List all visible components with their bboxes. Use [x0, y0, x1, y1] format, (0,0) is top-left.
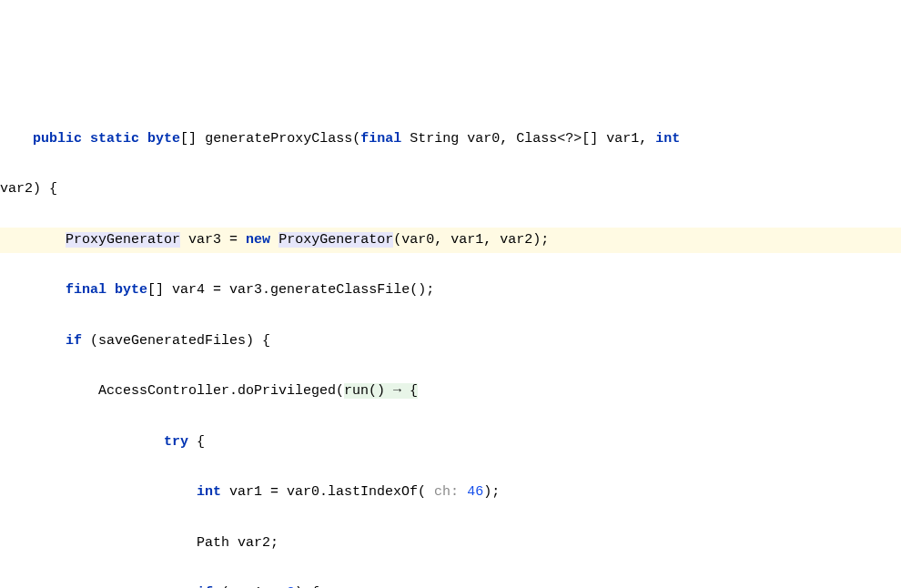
text: Path var2;: [197, 535, 278, 551]
code-line-9: Path var2;: [0, 531, 901, 556]
var-name: var3: [188, 232, 221, 248]
keyword-final: final: [66, 282, 106, 298]
rest: = var3.generateClassFile();: [205, 282, 434, 298]
condition: (saveGeneratedFiles) {: [82, 333, 270, 349]
keyword-int: int: [197, 484, 221, 500]
type-proxygenerator: ProxyGenerator: [66, 232, 180, 248]
code-line-6: AccessController.doPrivileged(run() → {: [0, 379, 901, 404]
brackets: []: [147, 282, 164, 298]
keyword-new: new: [246, 232, 270, 248]
keyword-byte: byte: [115, 282, 147, 298]
code-line-4: final byte[] var4 = var3.generateClassFi…: [0, 278, 901, 303]
brace: {: [188, 434, 205, 450]
brace: ) {: [33, 181, 57, 197]
args: (var0, var1, var2);: [393, 232, 549, 248]
close: );: [483, 484, 500, 500]
text: var1 = var0.lastIndexOf(: [221, 484, 426, 500]
code-line-3-highlighted: ProxyGenerator var3 = new ProxyGenerator…: [0, 228, 901, 253]
code-line-5: if (saveGeneratedFiles) {: [0, 329, 901, 354]
keyword-static: static: [90, 131, 139, 147]
number-literal: 46: [467, 484, 483, 500]
code-line-1: public static byte[] generateProxyClass(…: [0, 127, 901, 152]
keyword-final: final: [360, 131, 401, 147]
type-string: String: [410, 131, 459, 147]
brackets: []: [180, 131, 197, 147]
keyword-int: int: [655, 131, 680, 147]
param: var0: [467, 131, 500, 147]
type-class: Class<?>[]: [516, 131, 598, 147]
keyword-if: if: [66, 333, 82, 349]
param: var2: [0, 181, 33, 197]
var-name: var4: [172, 282, 205, 298]
code-line-10: if (var1 > 0) {: [0, 581, 901, 588]
code-line-2: var2) {: [0, 177, 901, 202]
param-hint: ch:: [426, 484, 467, 500]
keyword-public: public: [33, 131, 82, 147]
keyword-try: try: [164, 434, 188, 450]
lambda-expression: run() → {: [344, 383, 418, 399]
code-line-7: try {: [0, 430, 901, 455]
param: var1: [606, 131, 639, 147]
method-name: generateProxyClass: [205, 131, 352, 147]
equals: =: [221, 232, 246, 248]
method-call: AccessController.doPrivileged(: [98, 383, 344, 399]
keyword-byte: byte: [147, 131, 180, 147]
code-line-8: int var1 = var0.lastIndexOf( ch: 46);: [0, 480, 901, 505]
type-proxygenerator: ProxyGenerator: [278, 232, 393, 248]
code-editor: public static byte[] generateProxyClass(…: [0, 101, 901, 588]
